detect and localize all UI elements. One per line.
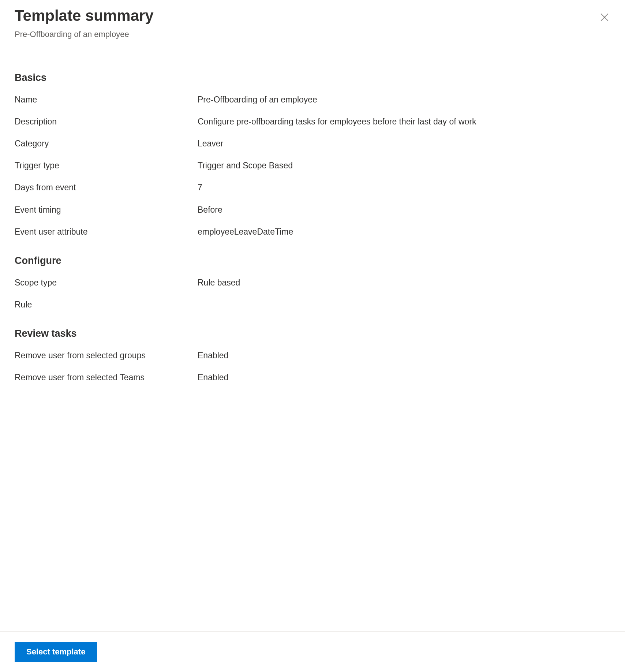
event-user-attribute-value: employeeLeaveDateTime: [198, 226, 293, 238]
category-value: Leaver: [198, 138, 223, 149]
event-timing-label: Event timing: [15, 204, 198, 216]
trigger-type-value: Trigger and Scope Based: [198, 160, 293, 171]
field-row-days-from-event: Days from event 7: [15, 182, 610, 193]
configure-heading: Configure: [15, 255, 610, 266]
remove-teams-label: Remove user from selected Teams: [15, 372, 198, 383]
panel-content: Basics Name Pre-Offboarding of an employ…: [15, 72, 610, 631]
remove-groups-label: Remove user from selected groups: [15, 350, 198, 361]
field-row-category: Category Leaver: [15, 138, 610, 149]
description-label: Description: [15, 116, 198, 127]
field-row-name: Name Pre-Offboarding of an employee: [15, 94, 610, 105]
field-row-event-timing: Event timing Before: [15, 204, 610, 216]
panel-footer: Select template: [0, 631, 625, 672]
event-timing-value: Before: [198, 204, 222, 216]
field-row-rule: Rule: [15, 299, 610, 310]
basics-section: Basics Name Pre-Offboarding of an employ…: [15, 72, 610, 238]
page-subtitle: Pre-Offboarding of an employee: [15, 30, 610, 39]
name-label: Name: [15, 94, 198, 105]
review-tasks-heading: Review tasks: [15, 328, 610, 339]
field-row-event-user-attribute: Event user attribute employeeLeaveDateTi…: [15, 226, 610, 238]
panel-header: Template summary Pre-Offboarding of an e…: [15, 6, 610, 39]
basics-heading: Basics: [15, 72, 610, 83]
days-from-event-value: 7: [198, 182, 202, 193]
field-row-remove-teams: Remove user from selected Teams Enabled: [15, 372, 610, 383]
field-row-remove-groups: Remove user from selected groups Enabled: [15, 350, 610, 361]
template-summary-panel: Template summary Pre-Offboarding of an e…: [0, 0, 625, 672]
review-tasks-section: Review tasks Remove user from selected g…: [15, 328, 610, 383]
scope-type-label: Scope type: [15, 277, 198, 288]
event-user-attribute-label: Event user attribute: [15, 226, 198, 238]
description-value: Configure pre-offboarding tasks for empl…: [198, 116, 476, 127]
configure-section: Configure Scope type Rule based Rule: [15, 255, 610, 310]
close-icon: [600, 12, 609, 23]
close-button[interactable]: [599, 12, 610, 23]
field-row-trigger-type: Trigger type Trigger and Scope Based: [15, 160, 610, 171]
trigger-type-label: Trigger type: [15, 160, 198, 171]
remove-groups-value: Enabled: [198, 350, 228, 361]
field-row-description: Description Configure pre-offboarding ta…: [15, 116, 610, 127]
page-title: Template summary: [15, 6, 610, 26]
remove-teams-value: Enabled: [198, 372, 228, 383]
days-from-event-label: Days from event: [15, 182, 198, 193]
select-template-button[interactable]: Select template: [15, 642, 97, 662]
scope-type-value: Rule based: [198, 277, 240, 288]
category-label: Category: [15, 138, 198, 149]
field-row-scope-type: Scope type Rule based: [15, 277, 610, 288]
name-value: Pre-Offboarding of an employee: [198, 94, 317, 105]
rule-label: Rule: [15, 299, 198, 310]
